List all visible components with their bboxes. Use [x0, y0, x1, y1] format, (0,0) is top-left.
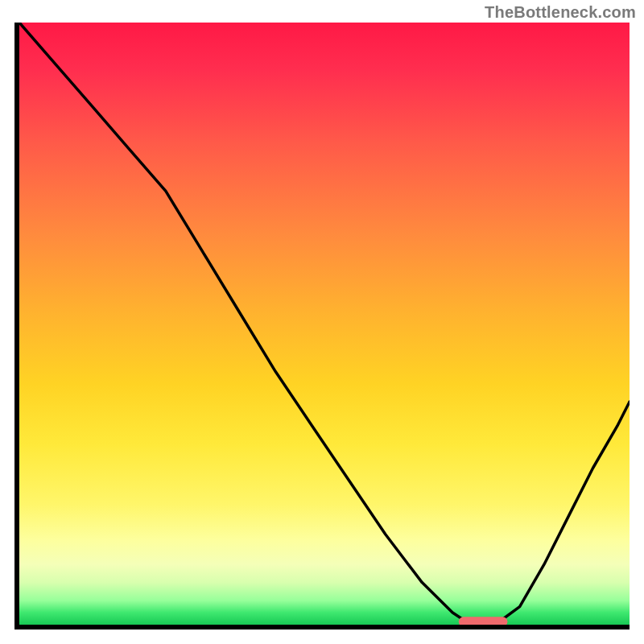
- chart-container: TheBottleneck.com: [0, 0, 644, 644]
- curve-layer: [19, 23, 630, 625]
- watermark-text: TheBottleneck.com: [485, 3, 636, 22]
- plot-area: [14, 23, 630, 630]
- optimum-marker: [459, 617, 508, 625]
- bottleneck-curve: [19, 23, 630, 625]
